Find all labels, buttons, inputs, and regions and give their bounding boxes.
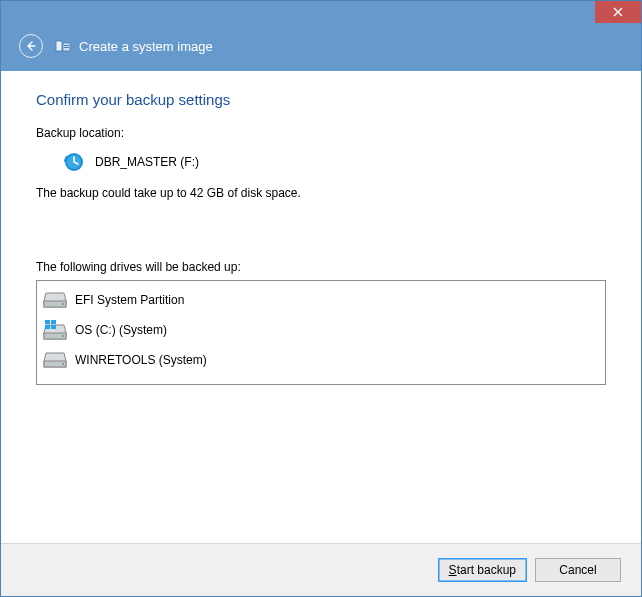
backup-location-value: DBR_MASTER (F:) — [95, 155, 199, 169]
svg-rect-11 — [51, 320, 56, 324]
windows-drive-icon — [43, 319, 67, 341]
start-label-rest: tart backup — [457, 563, 516, 577]
svg-point-15 — [62, 363, 64, 365]
drive-name: OS (C:) (System) — [75, 323, 167, 337]
start-backup-button[interactable]: Start backup — [438, 558, 527, 582]
close-button[interactable] — [595, 1, 641, 23]
drive-icon — [43, 349, 67, 371]
program-icon — [55, 38, 71, 54]
drives-label: The following drives will be backed up: — [36, 260, 606, 274]
back-arrow-icon — [25, 40, 37, 52]
titlebar — [1, 1, 641, 31]
backup-history-icon — [61, 150, 85, 174]
svg-rect-12 — [45, 325, 50, 329]
drive-row: WINRETOOLS (System) — [43, 345, 599, 375]
cancel-button[interactable]: Cancel — [535, 558, 621, 582]
wizard-header: Create a system image — [1, 31, 641, 71]
backup-location-label: Backup location: — [36, 126, 606, 140]
close-icon — [613, 7, 623, 17]
drive-name: EFI System Partition — [75, 293, 184, 307]
backup-location-row: DBR_MASTER (F:) — [61, 150, 606, 174]
drives-list: EFI System Partition OS (C:) (System) — [36, 280, 606, 385]
page-heading: Confirm your backup settings — [36, 91, 606, 108]
size-note: The backup could take up to 42 GB of dis… — [36, 186, 606, 200]
svg-rect-10 — [45, 320, 50, 324]
content-area: Confirm your backup settings Backup loca… — [1, 71, 641, 543]
svg-rect-3 — [64, 47, 69, 48]
svg-rect-2 — [64, 45, 69, 46]
drive-icon — [43, 289, 67, 311]
back-button[interactable] — [19, 34, 43, 58]
svg-rect-0 — [56, 41, 62, 51]
drive-row: EFI System Partition — [43, 285, 599, 315]
svg-point-7 — [62, 303, 64, 305]
window-title: Create a system image — [79, 39, 213, 54]
drive-row: OS (C:) (System) — [43, 315, 599, 345]
footer: Start backup Cancel — [1, 543, 641, 596]
drive-name: WINRETOOLS (System) — [75, 353, 207, 367]
svg-rect-13 — [51, 325, 56, 329]
svg-point-9 — [62, 335, 64, 337]
